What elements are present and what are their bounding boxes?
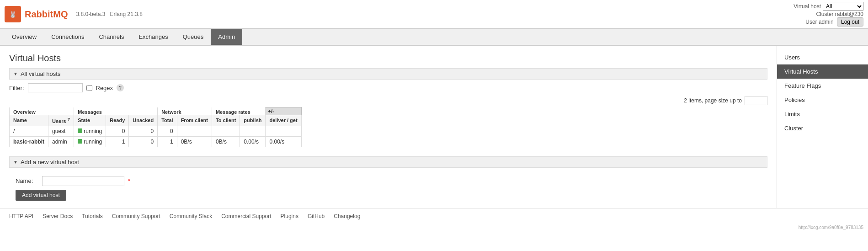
erlang-version: Erlang 21.3.8: [110, 11, 143, 17]
nav-channels[interactable]: Channels: [91, 29, 131, 45]
cell-ready: 0: [106, 126, 129, 136]
admin-sidebar: Users Virtual Hosts Feature Flags Polici…: [777, 46, 868, 208]
col-publish: publish: [240, 115, 266, 126]
sidebar-item-limits[interactable]: Limits: [777, 107, 868, 121]
footer: HTTP API Server Docs Tutorials Community…: [0, 208, 868, 224]
cell-users: guest: [48, 126, 74, 136]
header-right: Virtual host All / basic-rabbit Cluster …: [793, 2, 863, 27]
required-star: *: [128, 177, 130, 184]
user-label: User: [805, 19, 817, 25]
sidebar-item-policies[interactable]: Policies: [777, 93, 868, 107]
logout-button[interactable]: Log out: [837, 17, 863, 27]
cell-name[interactable]: basic-rabbit: [10, 136, 48, 147]
page-size-input[interactable]: 100: [745, 96, 767, 105]
user-info: User admin Log out: [793, 17, 863, 27]
vhost-row: Virtual host All / basic-rabbit: [793, 2, 863, 11]
cell-name[interactable]: /: [10, 126, 48, 136]
nav-connections[interactable]: Connections: [44, 29, 91, 45]
items-info-row: 2 items, page size up to 100: [9, 96, 767, 105]
footer-commercial-support[interactable]: Commercial Support: [221, 213, 271, 219]
cell-to-client: 0B/s: [212, 136, 240, 147]
footer-http-api[interactable]: HTTP API: [9, 213, 33, 219]
cell-unacked: 0: [129, 126, 158, 136]
col-name: Name: [10, 115, 48, 126]
filter-label: Filter:: [9, 85, 24, 91]
col-deliver-get: deliver / get: [266, 115, 301, 126]
cluster-info: Cluster rabbit@230: [793, 11, 863, 17]
name-form-row: Name: *: [14, 176, 767, 186]
nav-exchanges[interactable]: Exchanges: [131, 29, 175, 45]
footer-github[interactable]: GitHub: [308, 213, 325, 219]
cell-ready: 1: [106, 136, 129, 147]
toggle-col-header[interactable]: +/-: [266, 107, 301, 115]
cell-state: running: [74, 126, 106, 136]
content: Virtual Hosts ▼ All virtual hosts Filter…: [0, 46, 868, 208]
col-total: Total: [158, 115, 177, 126]
page-title: Virtual Hosts: [9, 53, 767, 64]
add-vhost-section-header[interactable]: ▼ Add a new virtual host: [9, 156, 767, 168]
cell-publish: [240, 126, 266, 136]
version-info: 3.8.0-beta.3 Erlang 21.3.8: [76, 11, 142, 17]
cluster-label: Cluster: [816, 11, 833, 17]
cell-deliver-get: [266, 126, 301, 136]
footer-community-slack[interactable]: Community Slack: [170, 213, 212, 219]
col-users: Users ?: [48, 115, 74, 126]
cell-total: 0: [158, 126, 177, 136]
all-vhosts-label: All virtual hosts: [21, 70, 60, 77]
add-section-label: Add a new virtual host: [21, 159, 79, 166]
logo-icon: 🐰: [5, 6, 21, 22]
all-vhosts-section-header[interactable]: ▼ All virtual hosts: [9, 68, 767, 80]
footer-changelog[interactable]: Changelog: [334, 213, 360, 219]
table-row[interactable]: basic-rabbit admin running 1 0 1 0B/s 0B…: [10, 136, 302, 147]
user-value: admin: [819, 19, 834, 25]
nav-admin[interactable]: Admin: [211, 29, 242, 45]
nav-queues[interactable]: Queues: [176, 29, 211, 45]
filter-row: Filter: Regex ?: [9, 80, 767, 96]
help-icon[interactable]: ?: [117, 84, 124, 91]
cell-publish: 0.00/s: [240, 136, 266, 147]
sidebar-item-users[interactable]: Users: [777, 50, 868, 64]
main-panel: Virtual Hosts ▼ All virtual hosts Filter…: [0, 46, 777, 208]
cluster-value: rabbit@230: [835, 11, 863, 17]
version: 3.8.0-beta.3: [76, 11, 105, 17]
add-vhost-section: ▼ Add a new virtual host Name: * Add vir…: [9, 156, 767, 201]
name-label: Name:: [16, 177, 38, 184]
col-from-client: From client: [177, 115, 212, 126]
cell-from-client: 0B/s: [177, 136, 212, 147]
cell-to-client: [212, 126, 240, 136]
main-nav: Overview Connections Channels Exchanges …: [0, 29, 868, 46]
cell-unacked: 0: [129, 136, 158, 147]
items-count: 2 items, page size up to: [684, 97, 742, 104]
footer-tutorials[interactable]: Tutorials: [82, 213, 103, 219]
regex-checkbox[interactable]: [86, 85, 92, 91]
cell-total: 1: [158, 136, 177, 147]
nav-overview[interactable]: Overview: [5, 29, 44, 45]
footer-server-docs[interactable]: Server Docs: [43, 213, 73, 219]
vhost-select[interactable]: All / basic-rabbit: [823, 2, 863, 11]
url-hint: http://lxcg.com/9a0f8e_9783135: [0, 224, 868, 231]
cell-deliver-get: 0.00/s: [266, 136, 301, 147]
sidebar-item-feature-flags[interactable]: Feature Flags: [777, 79, 868, 93]
collapse-icon: ▼: [13, 71, 18, 76]
footer-community-support[interactable]: Community Support: [112, 213, 160, 219]
col-ready: Ready: [106, 115, 129, 126]
cell-users: admin: [48, 136, 74, 147]
col-unacked: Unacked: [129, 115, 158, 126]
col-group-messages: Messages: [74, 107, 158, 115]
add-vhost-button[interactable]: Add virtual host: [16, 190, 66, 201]
vhosts-table: Overview Messages Network Message rates …: [9, 107, 302, 147]
vhost-label: Virtual host: [793, 3, 821, 10]
sidebar-item-cluster[interactable]: Cluster: [777, 121, 868, 135]
col-group-message-rates: Message rates: [212, 107, 266, 115]
add-collapse-icon: ▼: [13, 160, 18, 165]
table-row[interactable]: / guest running 0 0 0: [10, 126, 302, 136]
footer-plugins[interactable]: Plugins: [281, 213, 298, 219]
filter-input[interactable]: [28, 83, 83, 92]
col-group-overview: Overview: [10, 107, 74, 115]
sidebar-item-virtual-hosts[interactable]: Virtual Hosts: [777, 64, 868, 79]
regex-label: Regex: [96, 85, 113, 91]
col-group-network: Network: [158, 107, 212, 115]
logo-text: RabbitMQ: [25, 9, 68, 20]
cell-state: running: [74, 136, 106, 147]
vhost-name-input[interactable]: [42, 176, 124, 186]
